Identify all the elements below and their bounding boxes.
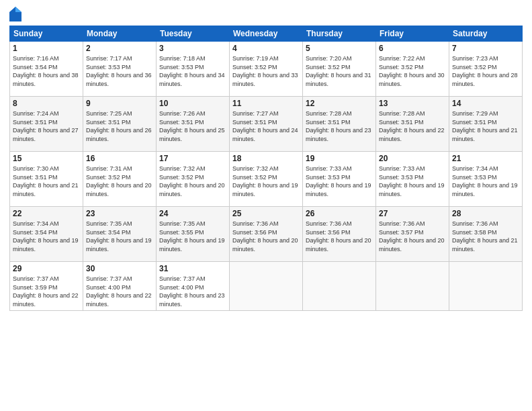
day-number: 2 xyxy=(86,44,153,53)
day-number: 17 xyxy=(159,154,226,163)
day-number: 11 xyxy=(232,99,300,108)
day-info: Sunrise: 7:32 AM Sunset: 3:52 PM Dayligh… xyxy=(159,165,226,198)
calendar-cell: 6Sunrise: 7:22 AM Sunset: 3:52 PM Daylig… xyxy=(376,42,449,97)
calendar-cell: 4Sunrise: 7:19 AM Sunset: 3:52 PM Daylig… xyxy=(230,42,303,97)
calendar-cell xyxy=(230,262,303,311)
day-info: Sunrise: 7:16 AM Sunset: 3:54 PM Dayligh… xyxy=(13,54,80,88)
day-info: Sunrise: 7:34 AM Sunset: 3:53 PM Dayligh… xyxy=(452,165,519,198)
day-number: 7 xyxy=(452,44,519,53)
day-info: Sunrise: 7:32 AM Sunset: 3:52 PM Dayligh… xyxy=(232,165,300,198)
day-number: 15 xyxy=(13,154,80,163)
day-number: 25 xyxy=(232,209,300,218)
calendar-cell xyxy=(303,262,376,311)
calendar-cell: 29Sunrise: 7:37 AM Sunset: 3:59 PM Dayli… xyxy=(10,262,83,311)
day-info: Sunrise: 7:30 AM Sunset: 3:51 PM Dayligh… xyxy=(13,165,80,198)
calendar-cell xyxy=(449,262,523,311)
day-number: 16 xyxy=(86,154,153,163)
day-info: Sunrise: 7:37 AM Sunset: 3:59 PM Dayligh… xyxy=(13,275,80,308)
day-info: Sunrise: 7:28 AM Sunset: 3:51 PM Dayligh… xyxy=(379,109,446,143)
column-header-tuesday: Tuesday xyxy=(157,26,230,42)
day-info: Sunrise: 7:37 AM Sunset: 4:00 PM Dayligh… xyxy=(86,275,153,308)
column-header-monday: Monday xyxy=(83,26,157,42)
day-info: Sunrise: 7:26 AM Sunset: 3:51 PM Dayligh… xyxy=(159,109,226,143)
day-number: 19 xyxy=(306,154,373,163)
day-number: 6 xyxy=(379,44,446,53)
calendar-table: SundayMondayTuesdayWednesdayThursdayFrid… xyxy=(9,26,523,311)
day-info: Sunrise: 7:27 AM Sunset: 3:51 PM Dayligh… xyxy=(232,109,300,143)
day-info: Sunrise: 7:33 AM Sunset: 3:53 PM Dayligh… xyxy=(306,165,373,198)
day-number: 9 xyxy=(86,99,153,108)
day-number: 12 xyxy=(306,99,373,108)
day-info: Sunrise: 7:36 AM Sunset: 3:57 PM Dayligh… xyxy=(379,220,446,253)
calendar-cell: 18Sunrise: 7:32 AM Sunset: 3:52 PM Dayli… xyxy=(230,152,303,207)
calendar-cell: 15Sunrise: 7:30 AM Sunset: 3:51 PM Dayli… xyxy=(10,152,83,207)
calendar-cell: 20Sunrise: 7:33 AM Sunset: 3:53 PM Dayli… xyxy=(376,152,449,207)
column-header-saturday: Saturday xyxy=(449,26,523,42)
day-number: 14 xyxy=(452,99,519,108)
logo-icon xyxy=(9,7,21,21)
day-number: 31 xyxy=(159,264,226,273)
day-number: 10 xyxy=(159,99,226,108)
day-number: 30 xyxy=(86,264,153,273)
calendar-cell: 26Sunrise: 7:36 AM Sunset: 3:56 PM Dayli… xyxy=(303,207,376,262)
day-number: 4 xyxy=(232,44,300,53)
day-info: Sunrise: 7:36 AM Sunset: 3:56 PM Dayligh… xyxy=(306,220,373,253)
calendar-container: SundayMondayTuesdayWednesdayThursdayFrid… xyxy=(0,0,532,411)
calendar-cell: 23Sunrise: 7:35 AM Sunset: 3:54 PM Dayli… xyxy=(83,207,157,262)
day-info: Sunrise: 7:20 AM Sunset: 3:52 PM Dayligh… xyxy=(306,54,373,88)
svg-marker-1 xyxy=(15,7,21,12)
header xyxy=(9,7,523,21)
calendar-cell: 21Sunrise: 7:34 AM Sunset: 3:53 PM Dayli… xyxy=(449,152,523,207)
column-header-wednesday: Wednesday xyxy=(230,26,303,42)
day-number: 22 xyxy=(13,209,80,218)
calendar-cell: 11Sunrise: 7:27 AM Sunset: 3:51 PM Dayli… xyxy=(230,97,303,152)
day-number: 26 xyxy=(306,209,373,218)
logo xyxy=(9,7,23,21)
day-info: Sunrise: 7:24 AM Sunset: 3:51 PM Dayligh… xyxy=(13,109,80,143)
calendar-cell: 19Sunrise: 7:33 AM Sunset: 3:53 PM Dayli… xyxy=(303,152,376,207)
calendar-cell: 1Sunrise: 7:16 AM Sunset: 3:54 PM Daylig… xyxy=(10,42,83,97)
day-number: 1 xyxy=(13,44,80,53)
calendar-cell: 5Sunrise: 7:20 AM Sunset: 3:52 PM Daylig… xyxy=(303,42,376,97)
day-info: Sunrise: 7:34 AM Sunset: 3:54 PM Dayligh… xyxy=(13,220,80,253)
day-info: Sunrise: 7:35 AM Sunset: 3:55 PM Dayligh… xyxy=(159,220,226,253)
calendar-cell: 2Sunrise: 7:17 AM Sunset: 3:53 PM Daylig… xyxy=(83,42,157,97)
day-info: Sunrise: 7:31 AM Sunset: 3:52 PM Dayligh… xyxy=(86,165,153,198)
day-info: Sunrise: 7:36 AM Sunset: 3:58 PM Dayligh… xyxy=(452,220,519,253)
calendar-cell: 27Sunrise: 7:36 AM Sunset: 3:57 PM Dayli… xyxy=(376,207,449,262)
calendar-cell: 12Sunrise: 7:28 AM Sunset: 3:51 PM Dayli… xyxy=(303,97,376,152)
day-info: Sunrise: 7:28 AM Sunset: 3:51 PM Dayligh… xyxy=(306,109,373,143)
day-number: 3 xyxy=(159,44,226,53)
day-info: Sunrise: 7:17 AM Sunset: 3:53 PM Dayligh… xyxy=(86,54,153,88)
column-header-sunday: Sunday xyxy=(10,26,83,42)
calendar-cell: 24Sunrise: 7:35 AM Sunset: 3:55 PM Dayli… xyxy=(157,207,230,262)
calendar-cell: 9Sunrise: 7:25 AM Sunset: 3:51 PM Daylig… xyxy=(83,97,157,152)
calendar-cell: 13Sunrise: 7:28 AM Sunset: 3:51 PM Dayli… xyxy=(376,97,449,152)
day-info: Sunrise: 7:25 AM Sunset: 3:51 PM Dayligh… xyxy=(86,109,153,143)
day-number: 29 xyxy=(13,264,80,273)
day-number: 18 xyxy=(232,154,300,163)
calendar-cell: 30Sunrise: 7:37 AM Sunset: 4:00 PM Dayli… xyxy=(83,262,157,311)
day-info: Sunrise: 7:18 AM Sunset: 3:53 PM Dayligh… xyxy=(159,54,226,88)
calendar-cell: 25Sunrise: 7:36 AM Sunset: 3:56 PM Dayli… xyxy=(230,207,303,262)
day-number: 20 xyxy=(379,154,446,163)
calendar-cell: 31Sunrise: 7:37 AM Sunset: 4:00 PM Dayli… xyxy=(157,262,230,311)
day-number: 5 xyxy=(306,44,373,53)
calendar-cell: 8Sunrise: 7:24 AM Sunset: 3:51 PM Daylig… xyxy=(10,97,83,152)
calendar-cell: 28Sunrise: 7:36 AM Sunset: 3:58 PM Dayli… xyxy=(449,207,523,262)
calendar-cell xyxy=(376,262,449,311)
column-header-thursday: Thursday xyxy=(303,26,376,42)
day-info: Sunrise: 7:36 AM Sunset: 3:56 PM Dayligh… xyxy=(232,220,300,253)
calendar-cell: 10Sunrise: 7:26 AM Sunset: 3:51 PM Dayli… xyxy=(157,97,230,152)
day-info: Sunrise: 7:23 AM Sunset: 3:52 PM Dayligh… xyxy=(452,54,519,88)
day-number: 13 xyxy=(379,99,446,108)
day-info: Sunrise: 7:33 AM Sunset: 3:53 PM Dayligh… xyxy=(379,165,446,198)
day-info: Sunrise: 7:29 AM Sunset: 3:51 PM Dayligh… xyxy=(452,109,519,143)
calendar-cell: 3Sunrise: 7:18 AM Sunset: 3:53 PM Daylig… xyxy=(157,42,230,97)
calendar-cell: 14Sunrise: 7:29 AM Sunset: 3:51 PM Dayli… xyxy=(449,97,523,152)
day-info: Sunrise: 7:22 AM Sunset: 3:52 PM Dayligh… xyxy=(379,54,446,88)
day-number: 8 xyxy=(13,99,80,108)
calendar-cell: 16Sunrise: 7:31 AM Sunset: 3:52 PM Dayli… xyxy=(83,152,157,207)
day-number: 28 xyxy=(452,209,519,218)
day-number: 21 xyxy=(452,154,519,163)
